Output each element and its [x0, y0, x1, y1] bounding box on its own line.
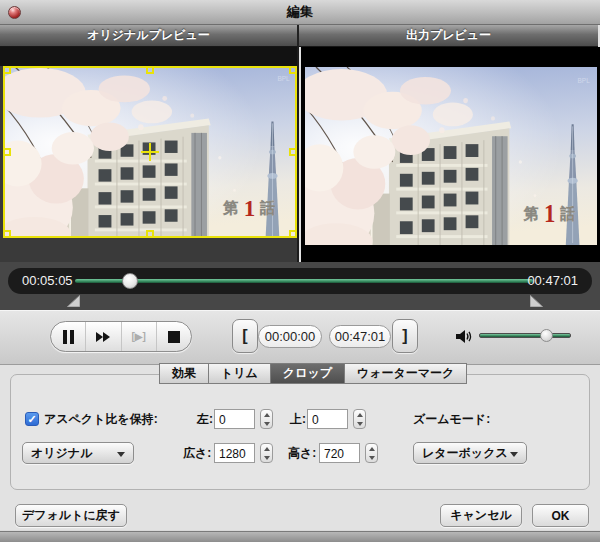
edit-dialog: 編集 オリジナルプレビュー 出力プレビュー	[0, 0, 600, 542]
video-frame: 第 1 話 BPL	[305, 67, 597, 245]
trim-start-field	[258, 325, 322, 348]
volume-icon	[456, 329, 473, 344]
close-button[interactable]	[8, 6, 21, 19]
crop-handle-top-center[interactable]	[146, 66, 154, 74]
aspect-dropdown-value: オリジナル	[31, 445, 92, 462]
left-stepper-up[interactable]	[261, 410, 272, 419]
tab-bar: 効果 トリム クロップ ウォーターマーク	[160, 363, 467, 384]
set-start-point-button[interactable]: [	[232, 319, 258, 353]
ok-button[interactable]: OK	[532, 504, 589, 527]
width-field	[214, 443, 255, 463]
tab-crop[interactable]: クロップ	[270, 363, 345, 384]
trim-end-time-input[interactable]	[330, 326, 390, 347]
width-input[interactable]	[215, 445, 254, 463]
top-stepper-up[interactable]	[354, 410, 365, 419]
top-field	[307, 409, 348, 429]
set-end-point-button[interactable]: ]	[392, 319, 418, 353]
crop-handle-mid-left[interactable]	[3, 148, 11, 156]
svg-text:1: 1	[544, 200, 555, 227]
crop-row-2: オリジナル 広さ: 高さ: レターボックス	[0, 442, 600, 464]
crop-handle-top-left[interactable]	[3, 66, 11, 74]
keep-aspect-checkbox[interactable]: ✓	[25, 412, 39, 426]
top-stepper-down[interactable]	[354, 419, 365, 428]
close-bracket-icon: ]	[402, 327, 407, 345]
open-bracket-icon: [	[242, 327, 247, 345]
crop-row-1: ✓ アスペクト比を保持: 左: 上: ズームモード:	[0, 408, 600, 430]
crop-rectangle[interactable]	[3, 66, 297, 238]
height-stepper	[365, 443, 378, 463]
original-preview-header: オリジナルプレビュー	[0, 25, 299, 47]
tab-trim[interactable]: トリム	[208, 363, 271, 384]
original-preview-label: オリジナルプレビュー	[87, 27, 210, 44]
width-stepper-down[interactable]	[261, 453, 272, 462]
zoom-mode-label: ズームモード:	[413, 408, 490, 430]
height-stepper-up[interactable]	[366, 444, 377, 453]
top-input[interactable]	[308, 411, 347, 429]
trim-start-marker[interactable]	[67, 295, 80, 307]
crop-center-crosshair-icon	[141, 143, 159, 161]
elapsed-time: 00:05:05	[22, 268, 73, 294]
title-bar: 編集	[0, 0, 600, 25]
pause-icon	[63, 330, 74, 344]
tab-watermark[interactable]: ウォーターマーク	[344, 363, 467, 384]
seek-track[interactable]	[75, 279, 533, 283]
height-field	[319, 443, 360, 463]
volume-slider[interactable]	[479, 333, 571, 338]
window-bottom-edge	[0, 530, 600, 542]
svg-text:第: 第	[523, 205, 539, 223]
keep-aspect-label: アスペクト比を保持:	[44, 408, 158, 430]
crop-handle-mid-right[interactable]	[289, 148, 297, 156]
checkmark-icon: ✓	[27, 413, 36, 425]
output-video-frame: 第 1 話 BPL	[305, 67, 597, 245]
tab-effects[interactable]: 効果	[159, 363, 209, 384]
crop-handle-bottom-left[interactable]	[3, 230, 11, 238]
seek-handle[interactable]	[122, 273, 138, 289]
left-stepper	[260, 409, 273, 429]
timeline-bar: 00:05:05 00:47:01	[8, 268, 592, 294]
svg-text:話: 話	[560, 205, 576, 223]
trim-end-marker[interactable]	[530, 295, 543, 307]
chevron-down-icon	[510, 452, 518, 457]
letterbox-bar	[0, 47, 299, 66]
crop-groupbox	[10, 374, 590, 490]
stop-icon	[168, 331, 180, 343]
step-frame-icon: [▶]	[131, 331, 145, 342]
crop-handle-bottom-center[interactable]	[146, 230, 154, 238]
trim-start-time-input[interactable]	[259, 326, 321, 347]
crop-handle-top-right[interactable]	[289, 66, 297, 74]
trim-end-field	[329, 325, 391, 348]
restore-default-button[interactable]: デフォルトに戻す	[15, 504, 127, 527]
top-stepper	[353, 409, 366, 429]
transport-controls: [▶]	[50, 321, 192, 352]
left-stepper-down[interactable]	[261, 419, 272, 428]
cancel-button[interactable]: キャンセル	[440, 504, 522, 527]
width-label: 広さ:	[183, 442, 211, 464]
zoom-mode-dropdown[interactable]: レターボックス	[413, 442, 527, 464]
step-frame-button[interactable]: [▶]	[122, 322, 157, 351]
left-label: 左:	[197, 408, 213, 430]
control-bar: [▶] [ ]	[0, 310, 600, 365]
crop-handle-bottom-right[interactable]	[289, 230, 297, 238]
output-preview-label: 出力プレビュー	[406, 27, 491, 44]
fast-forward-button[interactable]	[86, 322, 121, 351]
stop-button[interactable]	[157, 322, 191, 351]
height-input[interactable]	[320, 445, 359, 463]
preview-area: 第 1 話 BPL	[0, 47, 600, 262]
pause-button[interactable]	[51, 322, 86, 351]
height-label: 高さ:	[288, 442, 316, 464]
width-stepper-up[interactable]	[261, 444, 272, 453]
top-label: 上:	[290, 408, 306, 430]
fast-forward-icon	[96, 332, 110, 342]
original-video-frame: 第 1 話 BPL	[3, 66, 297, 238]
original-preview-pane: 第 1 話 BPL	[0, 47, 299, 262]
total-time: 00:47:01	[527, 268, 578, 294]
left-input[interactable]	[215, 411, 254, 429]
preview-header-row: オリジナルプレビュー 出力プレビュー	[0, 25, 600, 47]
window-title: 編集	[287, 3, 313, 21]
left-field	[214, 409, 255, 429]
width-stepper	[260, 443, 273, 463]
timeline-panel: 00:05:05 00:47:01	[0, 262, 600, 310]
height-stepper-down[interactable]	[366, 453, 377, 462]
aspect-dropdown[interactable]: オリジナル	[22, 442, 134, 464]
volume-knob[interactable]	[540, 329, 553, 342]
